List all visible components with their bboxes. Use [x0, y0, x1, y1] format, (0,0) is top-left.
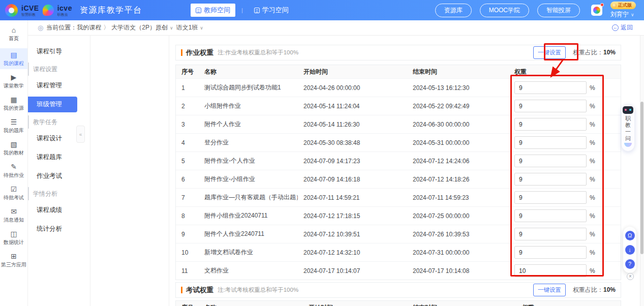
- percent-unit: %: [590, 84, 595, 91]
- percent-unit: %: [590, 158, 595, 165]
- breadcrumb-item-2[interactable]: 语文1班: [176, 23, 198, 32]
- homework-quick-set-button[interactable]: 一键设置: [533, 46, 566, 59]
- rail-item-10[interactable]: ⊞第三方应用: [0, 250, 27, 270]
- rail-item-2[interactable]: ▶课堂教学: [0, 71, 27, 91]
- table-cell: 2024-05-22 09:42:49: [407, 103, 509, 110]
- rail-item-4[interactable]: ☰我的题库: [0, 115, 27, 136]
- homework-row: 5附件作业-个人作业2024-07-09 14:17:232024-07-12 …: [176, 151, 621, 170]
- ai-assistant-widget[interactable]: 职教一问: [621, 104, 635, 151]
- version-badge-label: 正式版: [618, 2, 632, 9]
- help-icon[interactable]: ?: [625, 259, 635, 269]
- table-cell: 小组附件作业: [199, 102, 298, 110]
- menu-item-0[interactable]: 课程引导: [28, 44, 90, 59]
- quick-links: 资源库MOOC学院智能投屏: [435, 4, 580, 17]
- icve-swirl-logo-icon: [5, 4, 18, 17]
- table-cell: 2024-05-14 11:24:04: [298, 103, 407, 110]
- weight-input[interactable]: [514, 136, 587, 149]
- weight-input[interactable]: [514, 173, 587, 186]
- weight-input[interactable]: [514, 118, 587, 131]
- breadcrumb-item-1[interactable]: 大学语文（2P）原创: [111, 23, 168, 32]
- rail-item-1[interactable]: ▤我的课程: [0, 48, 27, 69]
- homework-row: 4登分作业2024-05-30 08:38:482024-05-31 00:00…: [176, 133, 621, 151]
- smart-cast-button[interactable]: 智能投屏: [537, 4, 580, 17]
- back-button[interactable]: ← 返回: [612, 23, 633, 32]
- weight-input[interactable]: [514, 191, 587, 204]
- close-toolbar-icon[interactable]: ×: [627, 273, 634, 280]
- chevron-down-icon: ∨: [631, 12, 634, 17]
- weight-input[interactable]: [514, 228, 587, 240]
- table-cell: 5: [176, 158, 199, 165]
- download-icon[interactable]: ↓: [625, 245, 635, 255]
- homework-section-note: 注:作业考核权重总和等于100%: [218, 49, 298, 56]
- table-cell: 2024-07-09 14:16:18: [298, 176, 407, 183]
- table-cell: 6: [176, 176, 199, 183]
- weight-cell: %: [509, 136, 621, 149]
- weight-input[interactable]: [514, 81, 587, 94]
- rail-item-label: 我的资源: [4, 105, 24, 111]
- scrollbar-thumb[interactable]: [640, 102, 643, 254]
- back-arrow-icon: ←: [612, 24, 619, 31]
- rail-item-7[interactable]: ☑待批考试: [0, 182, 27, 203]
- customer-service-icon[interactable]: Ω: [625, 231, 635, 240]
- app-notification-icon[interactable]: [591, 5, 602, 16]
- menu-item-2[interactable]: 课程管理: [28, 78, 90, 94]
- logo-brand-2: icve: [57, 5, 72, 12]
- medal-icon: [612, 4, 617, 8]
- scrollbar-track[interactable]: [640, 36, 644, 306]
- menu-section-1: 课程设置: [28, 63, 90, 76]
- table-cell: 2024-05-14 11:26:30: [298, 121, 407, 128]
- space-divider: |: [241, 7, 243, 13]
- rail-item-0[interactable]: ⌂首页: [0, 23, 27, 44]
- menu-collapse-button[interactable]: «: [76, 126, 85, 143]
- weight-cell: %: [509, 118, 621, 131]
- my-courses-icon: ▤: [10, 51, 17, 59]
- table-cell: 2024-04-26 00:00:00: [298, 84, 407, 91]
- menu-item-6[interactable]: 课程题库: [28, 149, 90, 165]
- menu-item-7[interactable]: 作业考试: [28, 168, 90, 184]
- menu-item-3[interactable]: 班级管理: [28, 97, 77, 112]
- pending-exams-icon: ☑: [11, 186, 17, 193]
- table-cell: 8: [176, 212, 199, 220]
- rail-item-8[interactable]: ✉消息通知: [0, 205, 27, 226]
- home-icon: ⌂: [12, 26, 16, 34]
- username-label: 刘育宁: [610, 10, 629, 19]
- icon-rail: ⌂首页▤我的课程▶课堂教学▦我的资源☰我的题库▧我的教材✎待批作业☑待批考试✉消…: [0, 20, 28, 306]
- weight-input[interactable]: [514, 209, 587, 222]
- homework-row: 1测试综合题同步到试卷功能12024-04-26 00:00:002024-05…: [176, 78, 621, 97]
- notifications-icon: ✉: [11, 208, 17, 216]
- weight-input[interactable]: [514, 264, 587, 277]
- table-cell: 1: [176, 84, 199, 91]
- exam-weight-header: 考试权重 注:考试考核权重总和等于100% 一键设置 权重占比：10%: [175, 282, 621, 298]
- menu-item-9[interactable]: 课程成绩: [28, 202, 90, 218]
- col-header-end: 结束时间: [407, 303, 516, 306]
- table-cell: 4: [176, 139, 199, 146]
- exam-quick-set-button[interactable]: 一键设置: [533, 284, 566, 296]
- breadcrumb-item-0[interactable]: 我的课程: [77, 23, 101, 32]
- table-cell: 2024-07-12 17:18:15: [298, 212, 407, 220]
- table-cell: 2024-05-30 08:38:48: [298, 139, 407, 146]
- menu-item-10[interactable]: 统计分析: [28, 221, 90, 237]
- chevron-down-icon[interactable]: ∨: [200, 25, 203, 30]
- breadcrumb: ◎ 当前位置： 我的课程〉大学语文（2P）原创∨语文1班∨ ← 返回: [28, 20, 644, 36]
- rail-item-9[interactable]: ◫数据统计: [0, 227, 27, 248]
- exam-section-title: 考试权重: [186, 286, 213, 295]
- icve-logo-text: iCVE 智慧职教: [21, 5, 39, 16]
- chevron-down-icon[interactable]: ∨: [170, 25, 173, 30]
- location-icon: ◎: [38, 24, 43, 32]
- user-block[interactable]: 正式版 刘育宁 ∨: [610, 2, 636, 19]
- mooc-college-button[interactable]: MOOC学院: [480, 4, 529, 17]
- weight-input[interactable]: [514, 155, 587, 167]
- weight-input[interactable]: [514, 100, 587, 112]
- homework-table-header: 序号 名称 开始时间 结束时间 权重: [176, 65, 621, 78]
- weight-input[interactable]: [514, 246, 587, 259]
- space-tab-student[interactable]: 学习空间: [249, 4, 294, 17]
- table-cell: 附件个人作业: [199, 120, 298, 129]
- rail-item-label: 消息通知: [4, 217, 24, 223]
- homework-table: 序号 名称 开始时间 结束时间 权重 1测试综合题同步到试卷功能12024-04…: [175, 65, 621, 280]
- rail-item-3[interactable]: ▦我的资源: [0, 93, 27, 114]
- username[interactable]: 刘育宁 ∨: [610, 10, 634, 19]
- rail-item-6[interactable]: ✎待批作业: [0, 160, 27, 181]
- resource-library-button[interactable]: 资源库: [435, 4, 472, 17]
- rail-item-5[interactable]: ▧我的教材: [0, 138, 27, 159]
- space-tab-teacher[interactable]: 教师空间: [191, 4, 235, 17]
